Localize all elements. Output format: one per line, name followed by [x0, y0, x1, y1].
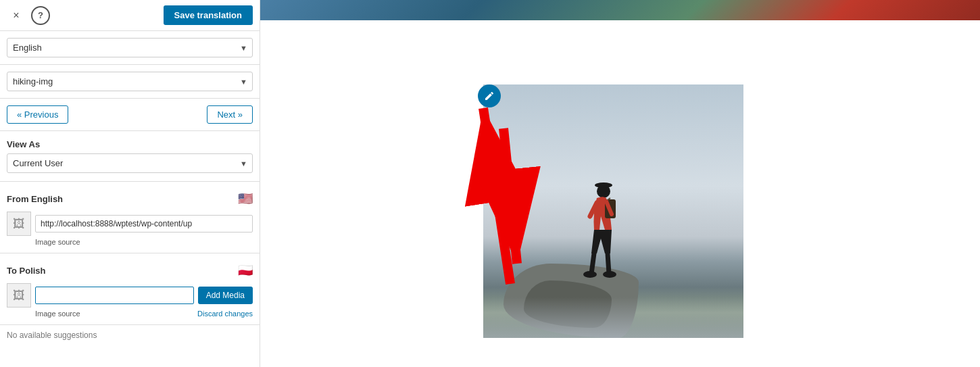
- view-as-select[interactable]: Current User Logged Out User Admin: [7, 153, 253, 173]
- svg-point-8: [583, 271, 597, 278]
- edit-icon-button[interactable]: [478, 84, 501, 107]
- top-bar: × ? Save translation: [0, 0, 260, 31]
- from-flag: 🇺🇸: [238, 191, 253, 206]
- to-flag: 🇵🇱: [238, 263, 253, 278]
- svg-point-9: [603, 271, 616, 278]
- language-section: English Polish German ▼: [0, 31, 260, 65]
- hiker-background: [483, 84, 743, 338]
- from-section-header: From English 🇺🇸: [7, 191, 253, 206]
- save-translation-button[interactable]: Save translation: [164, 5, 253, 25]
- to-section-header: To Polish 🇵🇱: [7, 263, 253, 278]
- from-image-url-input: [35, 215, 253, 233]
- from-section-title: From English: [7, 194, 63, 204]
- from-image-source-label: Image source: [35, 238, 253, 246]
- to-image-icon: 🖼: [7, 283, 31, 308]
- view-as-section: View As Current User Logged Out User Adm…: [0, 131, 260, 182]
- left-panel: × ? Save translation English Polish Germ…: [0, 0, 260, 367]
- language-select[interactable]: English Polish German: [7, 38, 253, 57]
- add-media-button[interactable]: Add Media: [198, 287, 253, 304]
- from-image-row: 🖼: [7, 212, 253, 236]
- svg-point-1: [595, 182, 612, 188]
- view-as-select-wrapper: Current User Logged Out User Admin ▼: [7, 153, 253, 173]
- discard-changes-link[interactable]: Discard changes: [197, 310, 253, 318]
- hiker-silhouette: [578, 179, 625, 280]
- view-as-label: View As: [7, 139, 253, 149]
- mist-layer: [483, 297, 743, 338]
- from-image-icon: 🖼: [7, 212, 31, 236]
- post-select-wrapper: hiking-img post-1 ▼: [7, 72, 253, 91]
- previous-button[interactable]: « Previous: [7, 105, 68, 124]
- nav-buttons: « Previous Next »: [0, 99, 260, 131]
- pencil-icon: [484, 91, 495, 101]
- header-strip: [260, 0, 980, 20]
- to-image-row: 🖼 Add Media: [7, 283, 253, 308]
- close-button[interactable]: ×: [7, 6, 26, 25]
- post-section: hiking-img post-1 ▼: [0, 65, 260, 99]
- main-image: [483, 84, 743, 338]
- to-section: To Polish 🇵🇱 🖼 Add Media Image source Di…: [0, 253, 260, 325]
- help-button[interactable]: ?: [31, 6, 50, 25]
- svg-line-7: [608, 253, 609, 274]
- right-panel: [260, 0, 980, 367]
- suggestions-text: No available suggestions: [0, 325, 260, 345]
- annotation-area: [260, 20, 980, 367]
- to-image-url-input[interactable]: [35, 287, 194, 304]
- to-section-title: To Polish: [7, 266, 46, 276]
- post-select[interactable]: hiking-img post-1: [7, 72, 253, 91]
- to-image-source-label: Image source: [35, 310, 80, 318]
- from-section: From English 🇺🇸 🖼 Image source: [0, 182, 260, 253]
- next-button[interactable]: Next »: [207, 105, 253, 124]
- language-select-wrapper: English Polish German ▼: [7, 38, 253, 57]
- svg-line-6: [591, 253, 594, 274]
